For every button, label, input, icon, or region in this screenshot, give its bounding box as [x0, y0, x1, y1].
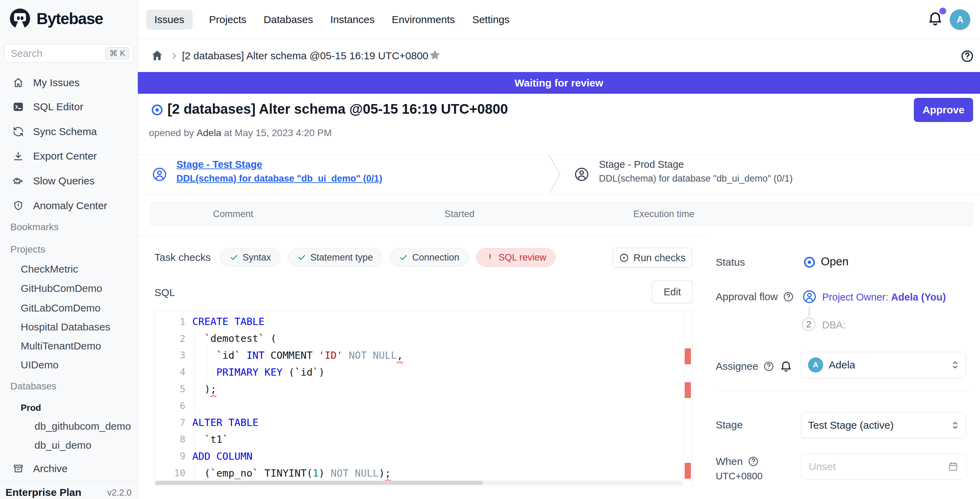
- indent-guide: [194, 347, 195, 364]
- approval-step-1: Project Owner: Adela (You): [822, 292, 946, 303]
- line-number: 3: [155, 350, 185, 361]
- sql-token: ,: [397, 350, 403, 361]
- task-table-header: Comment Started Execution time: [150, 203, 973, 226]
- column-comment: Comment: [213, 203, 253, 225]
- tab-settings[interactable]: Settings: [471, 10, 510, 30]
- stage-prod-title[interactable]: Stage - Prod Stage: [599, 159, 684, 171]
- horizontal-scrollbar[interactable]: [156, 481, 682, 485]
- sql-token: (`id`): [283, 366, 325, 378]
- check-syntax[interactable]: Syntax: [220, 248, 280, 267]
- run-checks-button[interactable]: Run checks: [612, 248, 692, 268]
- check-label: Statement type: [310, 252, 373, 263]
- sql-token: ADD COLUMN: [192, 450, 253, 462]
- sql-token: NOT NULL: [331, 467, 379, 479]
- search-input[interactable]: [5, 48, 105, 59]
- avatar-initial: A: [956, 14, 964, 25]
- sql-token: ;: [210, 383, 216, 395]
- notification-dot: [939, 8, 946, 14]
- sidebar-item-anomaly-center[interactable]: Anomaly Center: [0, 195, 138, 217]
- bytebase-logo[interactable]: Bytebase: [9, 8, 103, 30]
- sidebar-item-label: Export Center: [33, 150, 97, 162]
- sidebar-item-label: Anomaly Center: [33, 200, 107, 211]
- sql-token: ): [379, 467, 385, 479]
- bytebase-logo-icon: [9, 8, 31, 30]
- line-number: 10: [155, 468, 185, 478]
- sql-token: ): [319, 467, 331, 479]
- exclamation-icon: [485, 253, 495, 262]
- version-label: v2.2.0: [107, 487, 132, 498]
- check-label: Syntax: [243, 252, 271, 263]
- user-avatar[interactable]: A: [950, 9, 970, 30]
- sidebar-project-multitenantdemo[interactable]: MultiTenantDemo: [21, 340, 101, 352]
- sidebar-project-hospital-databases[interactable]: Hospital Databases: [21, 321, 110, 333]
- sidebar-item-my-issues[interactable]: My Issues: [0, 72, 138, 94]
- assignee-select[interactable]: A Adela: [801, 352, 966, 378]
- check-statement-type[interactable]: Statement type: [288, 248, 382, 267]
- line-number: 2: [155, 333, 185, 344]
- chevron-up-down-icon: [949, 359, 961, 371]
- help-icon[interactable]: [763, 361, 775, 372]
- when-datepicker[interactable]: [801, 453, 966, 480]
- notifications-button[interactable]: [927, 10, 948, 31]
- assignee-avatar: A: [808, 358, 823, 372]
- sidebar-section-bookmarks: Bookmarks: [10, 222, 59, 233]
- line-number: 4: [155, 367, 185, 377]
- turtle-icon: [13, 175, 24, 187]
- status-label: Status: [716, 256, 745, 268]
- sql-editor[interactable]: 1CREATE TABLE 2 `demotest` ( 3 `id` INT …: [154, 311, 693, 486]
- edit-sql-button[interactable]: Edit: [652, 281, 693, 303]
- indent-guide: [194, 364, 195, 380]
- sidebar-item-export-center[interactable]: Export Center: [0, 145, 138, 167]
- stage-separator-chevron: [549, 155, 561, 194]
- stage-prod-task[interactable]: DDL(schema) for database "db_ui_demo" (0…: [599, 173, 792, 185]
- stage-test-task-link[interactable]: DDL(schema) for database "db_ui_demo" (0…: [177, 173, 382, 185]
- banner-text: Waiting for review: [514, 77, 603, 89]
- tab-environments[interactable]: Environments: [391, 10, 455, 30]
- tab-databases[interactable]: Databases: [263, 10, 313, 30]
- approval-step-2-role: DBA:: [822, 319, 846, 331]
- tab-instances[interactable]: Instances: [330, 10, 375, 30]
- sidebar-item-sync-schema[interactable]: Sync Schema: [0, 121, 138, 143]
- bytebase-app: Bytebase ⌘ K My Issues SQL Editor Sync S…: [0, 0, 980, 499]
- breadcrumb: [2 databases] Alter schema @05-15 16:19 …: [138, 39, 980, 72]
- help-icon[interactable]: [783, 291, 794, 303]
- code-line: 1CREATE TABLE: [155, 313, 692, 330]
- stage-person-icon: [152, 167, 167, 182]
- when-timezone: UTC+0800: [716, 471, 762, 482]
- help-icon[interactable]: [960, 49, 975, 64]
- sidebar-item-sql-editor[interactable]: SQL Editor: [0, 96, 138, 118]
- code-text: (`emp_no` TINYINT(1) NOT NULL);: [185, 467, 391, 479]
- sidebar-project-githubcomdemo[interactable]: GitHubComDemo: [21, 283, 102, 294]
- tab-projects[interactable]: Projects: [208, 10, 247, 30]
- help-icon[interactable]: [748, 456, 759, 467]
- search-box[interactable]: ⌘ K: [4, 44, 133, 63]
- sidebar-project-checkmetric[interactable]: CheckMetric: [21, 263, 78, 275]
- sidebar-db-githubcom-demo[interactable]: db_githubcom_demo: [35, 420, 131, 432]
- sql-token: `id`: [192, 350, 247, 361]
- panel-row-divider: [716, 391, 970, 391]
- line-number: 8: [155, 434, 185, 445]
- sidebar-db-ui-demo[interactable]: db_ui_demo: [35, 439, 91, 451]
- stage-test-link[interactable]: Stage - Test Stage: [177, 159, 262, 171]
- code-line: 7ALTER TABLE: [155, 414, 692, 431]
- stage-select[interactable]: Test Stage (active): [801, 412, 966, 439]
- scrollbar-thumb[interactable]: [156, 481, 482, 485]
- code-text: `id` INT COMMENT 'ID' NOT NULL,: [185, 350, 403, 361]
- sql-token: (`emp_no` TINYINT(: [192, 467, 313, 479]
- sidebar-item-slow-queries[interactable]: Slow Queries: [0, 170, 138, 192]
- code-line: 4 PRIMARY KEY (`id`): [155, 364, 692, 380]
- when-label: When: [716, 456, 759, 467]
- sidebar-project-uidemo[interactable]: UIDemo: [21, 359, 59, 371]
- sidebar-project-gitlabcomdemo[interactable]: GitLabComDemo: [21, 302, 100, 314]
- check-connection[interactable]: Connection: [390, 248, 469, 267]
- check-icon: [229, 253, 239, 262]
- sidebar-item-archive[interactable]: Archive: [0, 458, 138, 480]
- bookmark-star-icon[interactable]: [428, 48, 442, 62]
- subscribe-bell-icon[interactable]: [780, 360, 792, 373]
- tab-issues[interactable]: Issues: [146, 10, 192, 30]
- home-breadcrumb-icon[interactable]: [151, 49, 164, 62]
- when-input[interactable]: [808, 461, 947, 473]
- code-line: 5 );: [155, 380, 692, 397]
- approve-button[interactable]: Approve: [914, 98, 973, 122]
- check-sql-review[interactable]: SQL review: [476, 248, 556, 267]
